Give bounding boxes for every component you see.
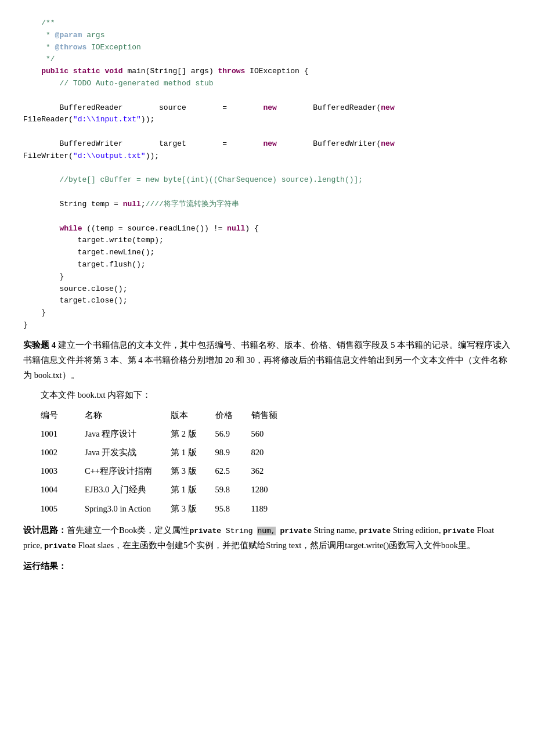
bw-filewriter: FileWriter("d:\\output.txt"));: [23, 150, 511, 163]
table-cell: 98.9: [206, 443, 242, 462]
bw-declaration: BufferedWriter target = new BufferedWrit…: [23, 138, 511, 150]
table-cell: 820: [242, 443, 287, 462]
table-section: 文本文件 book.txt 内容如下： 编号 名称 版本 价格 销售额 1001…: [41, 387, 511, 518]
method-signature: public static void main(String[] args) t…: [23, 66, 511, 78]
table-cell: 362: [242, 462, 287, 480]
table-cell: 第 3 版: [161, 462, 206, 480]
commented-byte: //byte[] cBuffer = new byte[(int)((CharS…: [23, 174, 511, 186]
javadoc-param-line: * @param args: [23, 30, 511, 42]
blank5: [23, 211, 511, 223]
col-header-price: 价格: [206, 406, 242, 424]
write-line: target.write(temp);: [23, 235, 511, 247]
table-cell: 第 1 版: [161, 480, 206, 499]
design-paragraph: 设计思路：首先建立一个Book类，定义属性private String num,…: [23, 523, 511, 553]
table-cell: Spring3.0 in Action: [67, 499, 161, 518]
newline-line: target.newLine();: [23, 247, 511, 259]
table-cell: 56.9: [206, 424, 242, 443]
design-prefix: 设计思路：: [23, 525, 67, 535]
run-result-label: 运行结果：: [23, 559, 511, 574]
source-close: source.close();: [23, 283, 511, 296]
table-cell: EJB3.0 入门经典: [67, 480, 161, 499]
table-cell: 95.8: [206, 499, 242, 518]
javadoc-start: /**: [23, 17, 511, 30]
blank4: [23, 186, 511, 199]
col-header-name: 名称: [67, 406, 161, 424]
br-declaration: BufferedReader source = new BufferedRead…: [23, 102, 511, 114]
table-cell: 第 3 版: [161, 499, 206, 518]
table-cell: 1004: [41, 480, 67, 499]
table-label: 文本文件 book.txt 内容如下：: [41, 387, 511, 402]
javadoc-throws-line: * @throws IOException: [23, 42, 511, 54]
table-cell: 1001: [41, 424, 67, 443]
experiment-title: 实验题 4: [23, 340, 56, 350]
table-row: 1003C++程序设计指南第 3 版62.5362: [41, 462, 287, 480]
javadoc-end: */: [23, 53, 511, 66]
col-header-version: 版本: [161, 406, 206, 424]
table-row: 1005Spring3.0 in Action第 3 版95.81189: [41, 499, 287, 518]
experiment-section: 实验题 4 建立一个书籍信息的文本文件，其中包括编号、书籍名称、版本、价格、销售…: [23, 337, 511, 574]
while-line: while ((temp = source.readLine()) != nul…: [23, 223, 511, 235]
string-temp: String temp = null;////将字节流转换为字符串: [23, 199, 511, 211]
table-cell: 第 1 版: [161, 443, 206, 462]
experiment-description: 实验题 4 建立一个书籍信息的文本文件，其中包括编号、书籍名称、版本、价格、销售…: [23, 337, 511, 383]
inner-close-brace: }: [23, 271, 511, 283]
table-cell: 1280: [242, 480, 287, 499]
col-header-id: 编号: [41, 406, 67, 424]
table-row: 1004EJB3.0 入门经典第 1 版59.81280: [41, 480, 287, 499]
table-row: 1001Java 程序设计第 2 版56.9560: [41, 424, 287, 443]
table-cell: Java 程序设计: [67, 424, 161, 443]
blank3: [23, 163, 511, 175]
class-close-brace: }: [23, 319, 511, 332]
table-cell: 1003: [41, 462, 67, 480]
book-table: 编号 名称 版本 价格 销售额 1001Java 程序设计第 2 版56.956…: [41, 406, 287, 518]
flush-line: target.flush();: [23, 259, 511, 271]
todo-comment: // TODO Auto-generated method stub: [23, 78, 511, 90]
br-filereader: FileReader("d:\\input.txt"));: [23, 114, 511, 126]
table-cell: 第 2 版: [161, 424, 206, 443]
table-cell: 1002: [41, 443, 67, 462]
col-header-sales: 销售额: [242, 406, 287, 424]
table-row: 1002Java 开发实战第 1 版98.9820: [41, 443, 287, 462]
table-cell: 1005: [41, 499, 67, 518]
method-close-brace: }: [23, 307, 511, 319]
code-block: /** * @param args * @throws IOException …: [23, 17, 511, 332]
table-header-row: 编号 名称 版本 价格 销售额: [41, 406, 287, 424]
table-cell: Java 开发实战: [67, 443, 161, 462]
table-cell: 1189: [242, 499, 287, 518]
target-close: target.close();: [23, 295, 511, 307]
table-cell: 59.8: [206, 480, 242, 499]
table-cell: 62.5: [206, 462, 242, 480]
blank2: [23, 126, 511, 138]
blank1: [23, 90, 511, 102]
table-cell: C++程序设计指南: [67, 462, 161, 480]
num-highlight: num,: [257, 527, 275, 535]
table-cell: 560: [242, 424, 287, 443]
